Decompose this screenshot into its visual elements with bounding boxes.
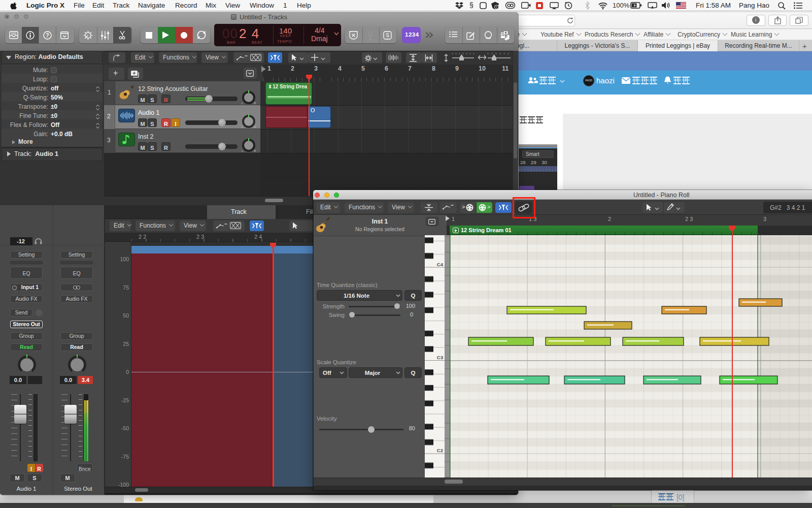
svg-text:C2: C2 <box>437 448 443 453</box>
svg-text:S: S <box>386 33 389 38</box>
svg-text:?: ? <box>46 33 49 38</box>
svg-text:C4: C4 <box>437 262 444 267</box>
svg-text:C3: C3 <box>437 355 443 360</box>
svg-text:!: ! <box>496 6 497 9</box>
